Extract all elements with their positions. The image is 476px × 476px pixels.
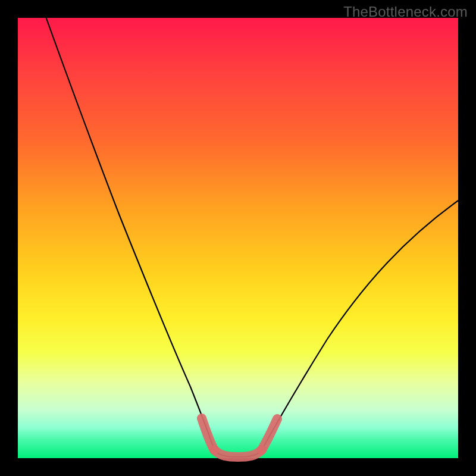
highlight-floor [214, 450, 262, 457]
curve-layer [18, 18, 458, 458]
chart-frame: TheBottleneck.com [0, 0, 476, 476]
highlight-left [202, 418, 214, 450]
plot-area [18, 18, 458, 458]
left-branch-curve [44, 12, 214, 450]
watermark-text: TheBottleneck.com [343, 4, 468, 20]
right-branch-curve [262, 196, 464, 450]
highlight-right [262, 419, 277, 450]
